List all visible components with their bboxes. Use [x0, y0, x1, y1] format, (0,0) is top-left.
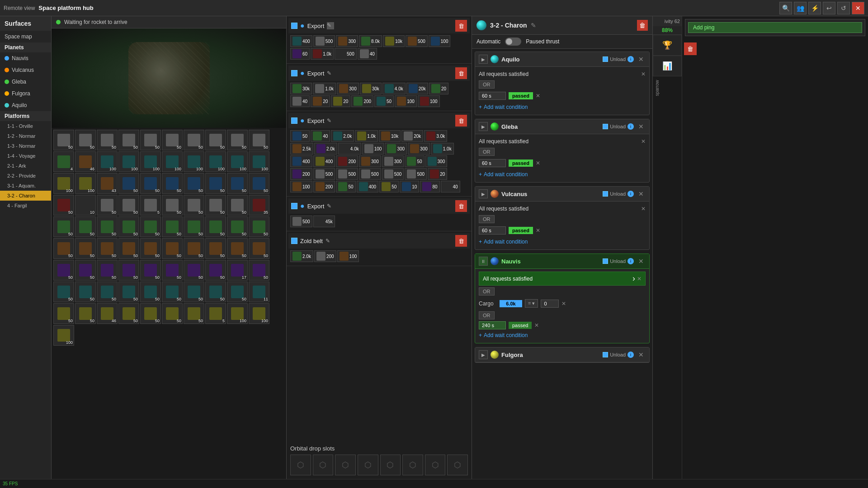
inv-slot[interactable]: 50	[97, 238, 118, 259]
sidebar-item-21[interactable]: 2-1 - Ark	[0, 161, 51, 171]
inv-slot[interactable]: 5	[140, 195, 161, 216]
exp-item[interactable]: 20k	[406, 83, 428, 94]
play-btn-gleba[interactable]: ▶	[479, 122, 488, 131]
inv-slot[interactable]: 50	[227, 130, 248, 150]
vulcanus-time-x[interactable]: ✕	[536, 227, 540, 234]
gleba-req-x[interactable]: ✕	[641, 138, 646, 145]
nauvis-unload-cb[interactable]: Unload i	[603, 258, 634, 264]
inv-slot[interactable]: 50	[205, 216, 226, 237]
gleba-unload-check[interactable]	[603, 124, 608, 129]
inv-slot[interactable]: 50	[249, 173, 269, 194]
exp-item[interactable]: 60	[290, 48, 310, 60]
orbital-slot-7[interactable]: ⬡	[425, 455, 446, 475]
orbital-slot-1[interactable]: ⬡	[290, 455, 311, 475]
exp-item[interactable]: 20	[429, 83, 448, 94]
inv-slot[interactable]: 50	[184, 195, 204, 216]
exp-item[interactable]: 40	[311, 130, 330, 142]
inv-slot[interactable]: 50	[97, 260, 118, 281]
export-delete-btn-2[interactable]: 🗑	[455, 67, 467, 79]
exp-item[interactable]: 300	[425, 155, 448, 167]
inv-slot[interactable]: 100	[205, 151, 226, 172]
vulcanus-req-x[interactable]: ✕	[641, 206, 646, 212]
exp-item[interactable]: 1.0k	[355, 130, 378, 142]
inv-slot[interactable]: 50	[118, 173, 139, 194]
sidebar-item-space-map[interactable]: Space map	[0, 31, 51, 42]
aquilo-unload-cb[interactable]: Unload i	[603, 56, 634, 62]
export-cb-2[interactable]	[291, 70, 297, 76]
inv-slot[interactable]: 50	[53, 260, 74, 281]
inv-slot[interactable]: 50	[205, 173, 226, 194]
sidebar-item-32[interactable]: 3-2 - Charon	[0, 191, 51, 201]
exp-item[interactable]: 2.0k	[331, 130, 354, 142]
eq-badge[interactable]: = ▾	[525, 299, 538, 308]
gleba-time-x[interactable]: ✕	[536, 160, 540, 166]
export-checkbox-1[interactable]	[291, 23, 297, 29]
nauvis-req-x[interactable]: ✕	[637, 276, 642, 282]
inv-slot[interactable]: 50	[184, 173, 204, 194]
sidebar-item-12[interactable]: 1-2 - Normar	[0, 131, 51, 141]
inv-slot[interactable]: 50	[118, 282, 139, 302]
inv-slot[interactable]: 50	[140, 130, 161, 150]
inv-slot[interactable]: 100	[140, 151, 161, 172]
inv-slot[interactable]: 46	[97, 303, 118, 324]
exp-item[interactable]: 400	[313, 155, 335, 167]
exp-item[interactable]: 40	[358, 48, 377, 60]
inv-slot[interactable]: 100	[53, 173, 74, 194]
aquilo-time-x[interactable]: ✕	[536, 93, 540, 99]
trophy-btn[interactable]: 🏆	[653, 35, 682, 56]
exp-item[interactable]: 50	[374, 95, 394, 107]
inv-slot[interactable]: 50	[227, 173, 248, 194]
exp-item[interactable]: 1.0k	[311, 48, 334, 60]
fulgora-x-btn[interactable]: ✕	[637, 351, 646, 358]
exp-item[interactable]: 4.0k	[338, 143, 361, 155]
sidebar-item-31[interactable]: 3-1 - Aquam.	[0, 181, 51, 191]
exp-item[interactable]: 400	[290, 155, 312, 167]
exp-item[interactable]: 3.0k	[424, 130, 447, 142]
exp-item[interactable]: 200	[336, 155, 358, 167]
sidebar-item-gleba[interactable]: Gleba	[0, 76, 51, 88]
inv-slot[interactable]: 50	[118, 130, 139, 150]
export-cb-zold[interactable]	[291, 238, 297, 244]
inv-slot[interactable]: 10	[75, 195, 96, 216]
nauvis-time-x[interactable]: ✕	[534, 322, 539, 328]
cargo-value[interactable]: 6.0k	[500, 300, 522, 307]
inv-slot[interactable]: 50	[162, 282, 183, 302]
exp-item[interactable]: 30k	[360, 83, 382, 94]
play-btn-vulcanus[interactable]: ▶	[479, 189, 488, 198]
inv-slot[interactable]: 50	[53, 238, 74, 259]
inv-slot[interactable]: 50	[184, 282, 204, 302]
aquilo-time-input[interactable]	[479, 92, 506, 100]
sidebar-item-aquilo[interactable]: Aquilo	[0, 99, 51, 111]
inv-slot[interactable]: 100	[75, 173, 96, 194]
exp-item[interactable]: 300	[337, 83, 359, 94]
inv-slot[interactable]: 50	[118, 216, 139, 237]
inv-slot[interactable]: 50	[227, 216, 248, 237]
export-delete-btn-zold[interactable]: 🗑	[455, 235, 467, 247]
exp-item[interactable]: 10k	[383, 35, 405, 47]
inv-slot[interactable]: 100	[53, 325, 74, 346]
nauvis-unload-check[interactable]	[603, 258, 608, 264]
back-icon[interactable]: ↩	[823, 2, 835, 14]
inv-slot[interactable]: 100	[227, 151, 248, 172]
inv-slot[interactable]: 100	[227, 303, 248, 324]
exp-item[interactable]: 200	[290, 168, 312, 180]
inv-slot[interactable]: 50	[162, 130, 183, 150]
sidebar-item-vulcanus[interactable]: Vulcanus	[0, 64, 51, 76]
sidebar-item-13[interactable]: 1-3 - Normar	[0, 141, 51, 151]
inv-slot[interactable]: 50	[249, 238, 269, 259]
reload-icon[interactable]: ↺	[837, 2, 850, 14]
schedule-delete-btn[interactable]: 🗑	[637, 20, 648, 31]
inv-slot[interactable]: 50	[227, 195, 248, 216]
exp-item[interactable]: 1.0k	[431, 143, 454, 155]
inv-slot[interactable]: 50	[205, 260, 226, 281]
exp-item[interactable]: 10k	[379, 130, 401, 142]
orbital-slot-3[interactable]: ⬡	[335, 455, 356, 475]
inv-slot[interactable]: 50	[140, 238, 161, 259]
exp-item[interactable]: 500	[313, 168, 335, 180]
inv-slot[interactable]: 50	[97, 130, 118, 150]
exp-item[interactable]: 2.5k	[290, 143, 313, 155]
exp-item[interactable]: 500	[335, 48, 357, 60]
exp-item[interactable]: 100	[429, 35, 451, 47]
exp-item[interactable]: 500	[313, 35, 335, 47]
inv-slot[interactable]: 50	[75, 260, 96, 281]
